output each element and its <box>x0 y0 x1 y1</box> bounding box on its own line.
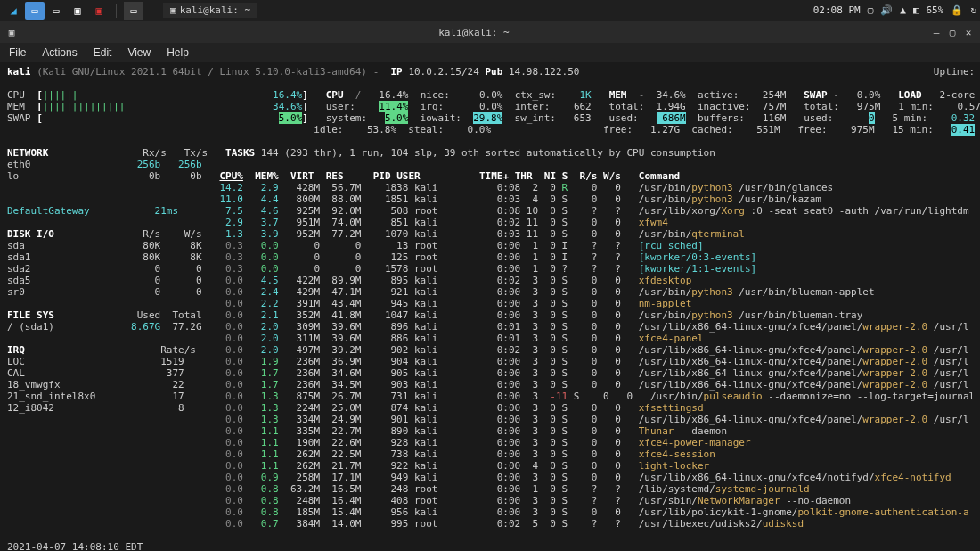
ip: 10.0.2.15/24 <box>408 66 478 78</box>
bell-icon[interactable]: ▲ <box>900 4 906 16</box>
rec-icon[interactable]: ▣ <box>89 2 109 20</box>
process-row: 0.0 1.1 262M 22.5M 738 kali 0:00 3 0 S 0… <box>7 448 973 460</box>
process-row: FILE SYS Used Total 0.0 2.1 352M 41.8M 1… <box>7 309 973 321</box>
close-button[interactable]: ✕ <box>962 26 975 38</box>
process-row: 2.9 3.7 951M 74.0M 851 kali 0:02 11 0 S … <box>7 217 973 228</box>
process-row: 0.0 0.8 248M 16.4M 408 root 0:00 3 0 S ?… <box>7 495 973 506</box>
battery-icon[interactable]: ◧ <box>913 4 919 16</box>
minimize-button[interactable]: — <box>930 26 943 38</box>
process-row: 0.0 2.0 311M 39.6M 886 kali 0:01 3 0 S 0… <box>7 333 973 344</box>
process-row: 12_i8042 8 0.0 1.3 224M 25.0M 874 kali 0… <box>7 402 973 414</box>
host: kali <box>7 66 31 78</box>
process-row: 11.0 4.4 800M 88.0M 1851 kali 0:03 4 0 S… <box>7 193 973 205</box>
display-icon[interactable]: ▢ <box>868 4 874 16</box>
menubar: File Actions Edit View Help <box>0 43 980 62</box>
taskbar-launchers: ◢ ▭ ▭ ▣ ▣ ▭ ▣ kali@kali: ~ <box>4 2 257 20</box>
process-row: LOC 1519 0.0 1.9 236M 36.9M 904 kali 0:0… <box>7 356 973 367</box>
kali-logo-icon[interactable]: ◢ <box>4 2 23 20</box>
pub: 14.98.122.50 <box>509 66 579 78</box>
process-row: sda2 0 0 0.3 0.0 0 0 1578 root 0:00 1 0 … <box>7 263 973 275</box>
process-row: 0.0 0.8 63.2M 16.5M 248 root 0:00 1 0 S … <box>7 483 973 495</box>
menu-actions[interactable]: Actions <box>42 46 77 59</box>
menu-help[interactable]: Help <box>167 46 189 59</box>
footer-datetime: 2021-04-07 14:08:10 EDT <box>7 541 973 551</box>
window-title: kali@kali: ~ <box>18 27 930 38</box>
files2-icon[interactable]: ▭ <box>46 2 66 20</box>
process-row: DefaultGateway 21ms 7.5 4.6 925M 92.0M 5… <box>7 205 973 217</box>
system-tray: 02:08 PM ▢ 🔊 ▲ ◧ 65% 🔒 ↻ <box>813 4 976 16</box>
process-row: sda 80K 8K 0.3 0.0 0 0 13 root 0:00 1 0 … <box>7 240 973 251</box>
process-row: 18_vmwgfx 22 0.0 1.7 236M 34.5M 903 kali… <box>7 379 973 391</box>
tab-title: kali@kali: ~ <box>180 4 250 16</box>
process-row: 0.0 1.1 335M 22.7M 890 kali 0:00 3 0 S 0… <box>7 425 973 437</box>
pub-label: Pub <box>485 66 502 78</box>
menu-edit[interactable]: Edit <box>94 46 112 59</box>
process-row: CAL 377 0.0 1.7 236M 34.6M 905 kali 0:00… <box>7 367 973 379</box>
process-row: sda1 80K 8K 0.3 0.0 0 0 125 root 0:00 1 … <box>7 251 973 263</box>
tasks-summary: 144 (293 thr), 1 run, 104 slp, 39 oth so… <box>261 147 715 159</box>
process-row: sr0 0 0 0.0 2.4 429M 47.1M 921 kali 0:00… <box>7 286 973 298</box>
ip-label: IP <box>391 66 403 78</box>
clock[interactable]: 02:08 PM <box>813 4 861 16</box>
files-icon[interactable]: ▭ <box>25 2 45 20</box>
maximize-button[interactable]: ▢ <box>946 26 959 38</box>
volume-icon[interactable]: 🔊 <box>880 4 893 16</box>
terminal-output: kali (Kali GNU/Linux 2021.1 64bit / Linu… <box>0 62 980 551</box>
process-row: DISK I/O R/s W/s 1.3 3.9 952M 77.2M 1070… <box>7 228 973 240</box>
process-row: 21_snd_intel8x0 17 0.0 1.3 875M 26.7M 73… <box>7 391 973 402</box>
lock-icon[interactable]: 🔒 <box>951 4 963 16</box>
process-row: 0.0 1.1 190M 22.6M 928 kali 0:00 3 0 S 0… <box>7 437 973 448</box>
process-row: IRQ Rate/s 0.0 2.0 497M 39.2M 902 kali 0… <box>7 344 973 356</box>
power-icon[interactable]: ↻ <box>970 4 976 16</box>
terminal-launcher-icon[interactable]: ▣ <box>68 2 87 20</box>
taskbar: ◢ ▭ ▭ ▣ ▣ ▭ ▣ kali@kali: ~ 02:08 PM ▢ 🔊 … <box>0 0 980 21</box>
process-list: 14.2 2.9 428M 56.7M 1838 kali 0:08 2 0 R… <box>7 182 973 530</box>
process-row: sda5 0 0 0.0 4.5 422M 89.9M 895 kali 0:0… <box>7 275 973 286</box>
window-menu-icon[interactable]: ▣ <box>5 26 18 38</box>
workspace-icon[interactable]: ▭ <box>124 2 143 20</box>
process-row: 0.0 2.2 391M 43.4M 945 kali 0:00 3 0 S 0… <box>7 298 973 309</box>
menu-view[interactable]: View <box>127 46 151 59</box>
process-row: 0.0 0.7 384M 14.0M 995 root 0:02 5 0 S ?… <box>7 518 973 530</box>
process-row: 0.0 0.9 258M 17.1M 949 kali 0:00 3 0 S 0… <box>7 472 973 483</box>
process-row: 0.0 0.8 185M 15.4M 956 kali 0:00 3 0 S 0… <box>7 506 973 518</box>
active-window-tab[interactable]: ▣ kali@kali: ~ <box>163 3 257 18</box>
osinfo: (Kali GNU/Linux 2021.1 64bit / Linux 5.1… <box>37 66 367 78</box>
battery-pct: 65% <box>927 4 944 16</box>
process-row: 0.0 1.3 334M 24.9M 901 kali 0:00 3 0 S 0… <box>7 414 973 425</box>
process-row: 14.2 2.9 428M 56.7M 1838 kali 0:08 2 0 R… <box>7 182 973 193</box>
process-row: / (sda1) 8.67G 77.2G 0.0 2.0 309M 39.6M … <box>7 321 973 333</box>
menu-file[interactable]: File <box>9 46 26 59</box>
uptime-label: Uptime: <box>934 66 975 78</box>
window-titlebar: ▣ kali@kali: ~ — ▢ ✕ <box>0 21 980 43</box>
terminal-icon: ▣ <box>170 4 176 16</box>
process-row: 0.0 1.1 262M 21.7M 922 kali 0:00 4 0 S 0… <box>7 460 973 472</box>
